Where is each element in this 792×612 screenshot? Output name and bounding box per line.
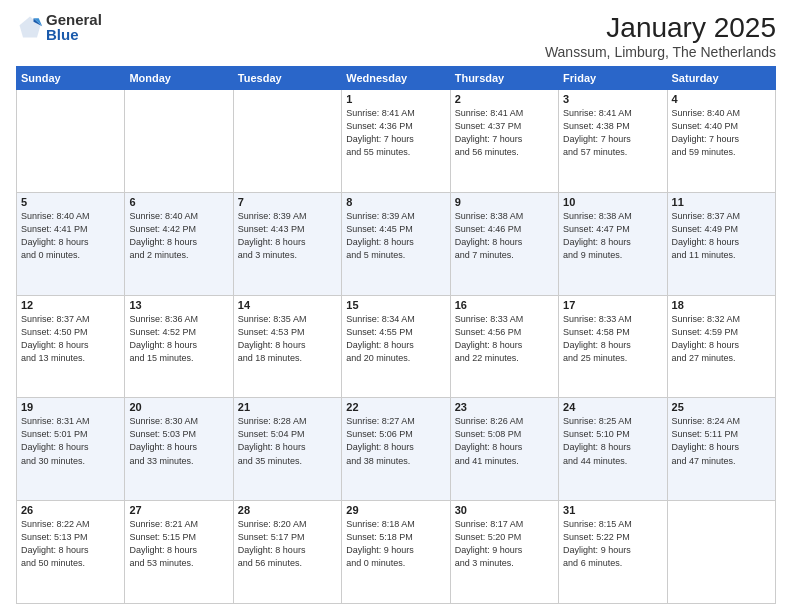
day-number: 12 [21, 299, 120, 311]
day-detail: Sunrise: 8:26 AM Sunset: 5:08 PM Dayligh… [455, 415, 554, 467]
day-number: 28 [238, 504, 337, 516]
col-saturday: Saturday [667, 67, 775, 90]
day-cell: 23Sunrise: 8:26 AM Sunset: 5:08 PM Dayli… [450, 398, 558, 501]
week-row-3: 12Sunrise: 8:37 AM Sunset: 4:50 PM Dayli… [17, 295, 776, 398]
calendar-title: January 2025 [545, 12, 776, 44]
day-detail: Sunrise: 8:27 AM Sunset: 5:06 PM Dayligh… [346, 415, 445, 467]
day-number: 21 [238, 401, 337, 413]
day-number: 22 [346, 401, 445, 413]
col-sunday: Sunday [17, 67, 125, 90]
day-cell: 20Sunrise: 8:30 AM Sunset: 5:03 PM Dayli… [125, 398, 233, 501]
day-cell: 6Sunrise: 8:40 AM Sunset: 4:42 PM Daylig… [125, 192, 233, 295]
day-cell: 13Sunrise: 8:36 AM Sunset: 4:52 PM Dayli… [125, 295, 233, 398]
day-cell: 2Sunrise: 8:41 AM Sunset: 4:37 PM Daylig… [450, 90, 558, 193]
col-monday: Monday [125, 67, 233, 90]
day-detail: Sunrise: 8:39 AM Sunset: 4:43 PM Dayligh… [238, 210, 337, 262]
day-cell: 31Sunrise: 8:15 AM Sunset: 5:22 PM Dayli… [559, 501, 667, 604]
day-cell: 16Sunrise: 8:33 AM Sunset: 4:56 PM Dayli… [450, 295, 558, 398]
day-cell: 15Sunrise: 8:34 AM Sunset: 4:55 PM Dayli… [342, 295, 450, 398]
col-thursday: Thursday [450, 67, 558, 90]
day-detail: Sunrise: 8:21 AM Sunset: 5:15 PM Dayligh… [129, 518, 228, 570]
calendar-subtitle: Wanssum, Limburg, The Netherlands [545, 44, 776, 60]
day-number: 5 [21, 196, 120, 208]
col-tuesday: Tuesday [233, 67, 341, 90]
day-number: 2 [455, 93, 554, 105]
day-cell: 11Sunrise: 8:37 AM Sunset: 4:49 PM Dayli… [667, 192, 775, 295]
day-cell: 17Sunrise: 8:33 AM Sunset: 4:58 PM Dayli… [559, 295, 667, 398]
day-number: 4 [672, 93, 771, 105]
day-cell: 7Sunrise: 8:39 AM Sunset: 4:43 PM Daylig… [233, 192, 341, 295]
logo-blue: Blue [46, 27, 102, 42]
day-number: 14 [238, 299, 337, 311]
day-cell: 27Sunrise: 8:21 AM Sunset: 5:15 PM Dayli… [125, 501, 233, 604]
day-detail: Sunrise: 8:18 AM Sunset: 5:18 PM Dayligh… [346, 518, 445, 570]
day-number: 24 [563, 401, 662, 413]
day-number: 15 [346, 299, 445, 311]
logo-icon [16, 13, 44, 41]
week-row-1: 1Sunrise: 8:41 AM Sunset: 4:36 PM Daylig… [17, 90, 776, 193]
day-detail: Sunrise: 8:37 AM Sunset: 4:50 PM Dayligh… [21, 313, 120, 365]
day-cell: 28Sunrise: 8:20 AM Sunset: 5:17 PM Dayli… [233, 501, 341, 604]
day-number: 26 [21, 504, 120, 516]
day-detail: Sunrise: 8:39 AM Sunset: 4:45 PM Dayligh… [346, 210, 445, 262]
day-number: 29 [346, 504, 445, 516]
day-cell: 21Sunrise: 8:28 AM Sunset: 5:04 PM Dayli… [233, 398, 341, 501]
day-number: 7 [238, 196, 337, 208]
day-cell: 14Sunrise: 8:35 AM Sunset: 4:53 PM Dayli… [233, 295, 341, 398]
day-number: 16 [455, 299, 554, 311]
day-number: 23 [455, 401, 554, 413]
day-detail: Sunrise: 8:35 AM Sunset: 4:53 PM Dayligh… [238, 313, 337, 365]
header-row: Sunday Monday Tuesday Wednesday Thursday… [17, 67, 776, 90]
calendar-table: Sunday Monday Tuesday Wednesday Thursday… [16, 66, 776, 604]
title-block: January 2025 Wanssum, Limburg, The Nethe… [545, 12, 776, 60]
day-detail: Sunrise: 8:20 AM Sunset: 5:17 PM Dayligh… [238, 518, 337, 570]
day-number: 30 [455, 504, 554, 516]
col-wednesday: Wednesday [342, 67, 450, 90]
day-number: 10 [563, 196, 662, 208]
day-cell: 9Sunrise: 8:38 AM Sunset: 4:46 PM Daylig… [450, 192, 558, 295]
day-number: 3 [563, 93, 662, 105]
day-detail: Sunrise: 8:40 AM Sunset: 4:41 PM Dayligh… [21, 210, 120, 262]
day-detail: Sunrise: 8:32 AM Sunset: 4:59 PM Dayligh… [672, 313, 771, 365]
day-number: 8 [346, 196, 445, 208]
day-cell: 12Sunrise: 8:37 AM Sunset: 4:50 PM Dayli… [17, 295, 125, 398]
day-detail: Sunrise: 8:30 AM Sunset: 5:03 PM Dayligh… [129, 415, 228, 467]
day-cell: 18Sunrise: 8:32 AM Sunset: 4:59 PM Dayli… [667, 295, 775, 398]
day-detail: Sunrise: 8:41 AM Sunset: 4:38 PM Dayligh… [563, 107, 662, 159]
day-number: 31 [563, 504, 662, 516]
day-detail: Sunrise: 8:41 AM Sunset: 4:36 PM Dayligh… [346, 107, 445, 159]
day-cell: 4Sunrise: 8:40 AM Sunset: 4:40 PM Daylig… [667, 90, 775, 193]
day-detail: Sunrise: 8:17 AM Sunset: 5:20 PM Dayligh… [455, 518, 554, 570]
week-row-4: 19Sunrise: 8:31 AM Sunset: 5:01 PM Dayli… [17, 398, 776, 501]
day-number: 13 [129, 299, 228, 311]
day-cell: 3Sunrise: 8:41 AM Sunset: 4:38 PM Daylig… [559, 90, 667, 193]
day-cell: 24Sunrise: 8:25 AM Sunset: 5:10 PM Dayli… [559, 398, 667, 501]
day-detail: Sunrise: 8:24 AM Sunset: 5:11 PM Dayligh… [672, 415, 771, 467]
day-number: 1 [346, 93, 445, 105]
page: General Blue January 2025 Wanssum, Limbu… [0, 0, 792, 612]
day-detail: Sunrise: 8:41 AM Sunset: 4:37 PM Dayligh… [455, 107, 554, 159]
day-detail: Sunrise: 8:15 AM Sunset: 5:22 PM Dayligh… [563, 518, 662, 570]
day-detail: Sunrise: 8:28 AM Sunset: 5:04 PM Dayligh… [238, 415, 337, 467]
day-detail: Sunrise: 8:22 AM Sunset: 5:13 PM Dayligh… [21, 518, 120, 570]
day-number: 19 [21, 401, 120, 413]
day-number: 27 [129, 504, 228, 516]
day-cell: 26Sunrise: 8:22 AM Sunset: 5:13 PM Dayli… [17, 501, 125, 604]
header: General Blue January 2025 Wanssum, Limbu… [16, 12, 776, 60]
day-detail: Sunrise: 8:34 AM Sunset: 4:55 PM Dayligh… [346, 313, 445, 365]
day-cell: 5Sunrise: 8:40 AM Sunset: 4:41 PM Daylig… [17, 192, 125, 295]
week-row-2: 5Sunrise: 8:40 AM Sunset: 4:41 PM Daylig… [17, 192, 776, 295]
day-number: 9 [455, 196, 554, 208]
day-cell: 19Sunrise: 8:31 AM Sunset: 5:01 PM Dayli… [17, 398, 125, 501]
day-cell: 1Sunrise: 8:41 AM Sunset: 4:36 PM Daylig… [342, 90, 450, 193]
day-cell: 29Sunrise: 8:18 AM Sunset: 5:18 PM Dayli… [342, 501, 450, 604]
day-detail: Sunrise: 8:38 AM Sunset: 4:47 PM Dayligh… [563, 210, 662, 262]
day-detail: Sunrise: 8:38 AM Sunset: 4:46 PM Dayligh… [455, 210, 554, 262]
day-number: 6 [129, 196, 228, 208]
day-cell [667, 501, 775, 604]
day-cell [233, 90, 341, 193]
logo-text: General Blue [46, 12, 102, 42]
day-detail: Sunrise: 8:25 AM Sunset: 5:10 PM Dayligh… [563, 415, 662, 467]
day-number: 11 [672, 196, 771, 208]
day-cell: 8Sunrise: 8:39 AM Sunset: 4:45 PM Daylig… [342, 192, 450, 295]
